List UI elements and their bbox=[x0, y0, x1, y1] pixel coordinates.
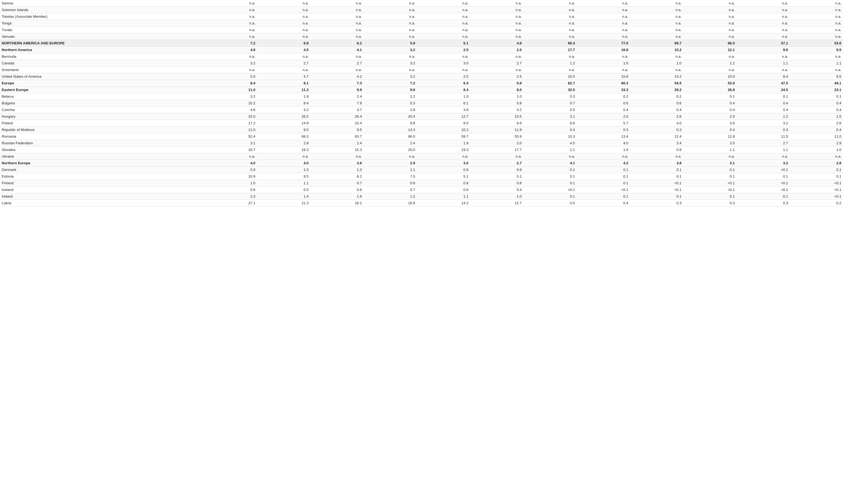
cell-value: 5.1 bbox=[417, 173, 470, 180]
cell-value: 9.5 bbox=[310, 127, 364, 133]
cell-value: 8.0 bbox=[470, 87, 523, 93]
cell-value: 26.5 bbox=[257, 113, 310, 120]
cell-value: 3.1 bbox=[736, 120, 790, 127]
cell-value: 2.3 bbox=[204, 193, 257, 200]
table-row: Samoan.a.n.a.n.a.n.a.n.a.n.a.n.a.n.a.n.a… bbox=[0, 0, 843, 7]
cell-value: 0.1 bbox=[790, 166, 843, 173]
cell-value: 29.2 bbox=[630, 87, 683, 93]
cell-value: 12.7 bbox=[417, 113, 470, 120]
cell-value: 53.8 bbox=[683, 80, 736, 87]
cell-value: 10.4 bbox=[310, 120, 364, 127]
row-name: Belarus bbox=[0, 93, 204, 100]
cell-value: 4.1 bbox=[310, 47, 364, 53]
row-name: Ireland bbox=[0, 193, 204, 200]
cell-value: 10.5 bbox=[470, 113, 523, 120]
cell-value: 1.0 bbox=[204, 180, 257, 186]
cell-value: n.a. bbox=[204, 26, 257, 33]
cell-value: 2.0 bbox=[683, 113, 736, 120]
cell-value: 15.2 bbox=[630, 47, 683, 53]
cell-value: 0.1 bbox=[630, 166, 683, 173]
cell-value: 17.7 bbox=[523, 47, 577, 53]
row-name: Czechia bbox=[0, 107, 204, 113]
cell-value: 0.8 bbox=[470, 180, 523, 186]
cell-value: 3.0 bbox=[417, 160, 470, 166]
cell-value: 5.8 bbox=[470, 100, 523, 107]
row-name: Northern Europe bbox=[0, 160, 204, 166]
cell-value: 28.8 bbox=[683, 87, 736, 93]
row-name: Greenland bbox=[0, 67, 204, 73]
cell-value: n.a. bbox=[310, 26, 364, 33]
cell-value: 14.2 bbox=[417, 200, 470, 206]
cell-value: 2.4 bbox=[364, 140, 417, 146]
cell-value: 2.5 bbox=[470, 47, 523, 53]
row-name: Tonga bbox=[0, 20, 204, 26]
cell-value: 0.4 bbox=[470, 186, 523, 193]
cell-value: n.a. bbox=[736, 53, 790, 60]
cell-value: 0.1 bbox=[736, 173, 790, 180]
row-name: Slovakia bbox=[0, 146, 204, 153]
cell-value: n.a. bbox=[577, 26, 630, 33]
cell-value: 0.3 bbox=[630, 200, 683, 206]
table-row: Russian Federation3.12.82.42.41.92.04.54… bbox=[0, 140, 843, 146]
cell-value: 3.1 bbox=[683, 160, 736, 166]
cell-value: <0.1 bbox=[790, 180, 843, 186]
cell-value: 60.3 bbox=[577, 80, 630, 87]
cell-value: n.a. bbox=[310, 33, 364, 40]
cell-value: n.a. bbox=[736, 0, 790, 7]
cell-value: n.a. bbox=[417, 13, 470, 20]
cell-value: 0.8 bbox=[417, 180, 470, 186]
cell-value: n.a. bbox=[417, 7, 470, 13]
cell-value: 1.0 bbox=[790, 146, 843, 153]
cell-value: 3.0 bbox=[417, 60, 470, 67]
cell-value: 14.3 bbox=[364, 127, 417, 133]
cell-value: 0.3 bbox=[736, 127, 790, 133]
cell-value: 5.9 bbox=[470, 80, 523, 87]
cell-value: n.a. bbox=[470, 0, 523, 7]
cell-value: 1.1 bbox=[736, 60, 790, 67]
cell-value: 2.7 bbox=[736, 140, 790, 146]
table-row: Poland17.214.910.49.88.06.66.65.74.03.83… bbox=[0, 120, 843, 127]
row-name: Vanuatu bbox=[0, 33, 204, 40]
cell-value: 9.6 bbox=[736, 47, 790, 53]
cell-value: 5.0 bbox=[204, 73, 257, 80]
cell-value: n.a. bbox=[790, 7, 843, 13]
cell-value: 23.1 bbox=[790, 87, 843, 93]
cell-value: n.a. bbox=[577, 153, 630, 160]
cell-value: 0.1 bbox=[683, 193, 736, 200]
cell-value: 4.1 bbox=[523, 160, 577, 166]
cell-value: n.a. bbox=[523, 67, 577, 73]
cell-value: 11.0 bbox=[204, 127, 257, 133]
cell-value: 3.2 bbox=[204, 60, 257, 67]
cell-value: 3.6 bbox=[310, 160, 364, 166]
cell-value: n.a. bbox=[417, 26, 470, 33]
cell-value: 1.0 bbox=[470, 193, 523, 200]
cell-value: 14.9 bbox=[257, 120, 310, 127]
cell-value: 59.7 bbox=[417, 133, 470, 140]
cell-value: 11.9 bbox=[470, 127, 523, 133]
cell-value: <0.1 bbox=[736, 166, 790, 173]
cell-value: n.a. bbox=[736, 7, 790, 13]
cell-value: 0.4 bbox=[683, 107, 736, 113]
cell-value: n.a. bbox=[577, 13, 630, 20]
cell-value: 66.0 bbox=[364, 133, 417, 140]
cell-value: 0.4 bbox=[790, 100, 843, 107]
cell-value: 0.4 bbox=[736, 107, 790, 113]
cell-value: 0.6 bbox=[630, 100, 683, 107]
cell-value: 47.5 bbox=[736, 80, 790, 87]
cell-value: n.a. bbox=[683, 53, 736, 60]
cell-value: 26.4 bbox=[310, 113, 364, 120]
cell-value: 32.5 bbox=[523, 87, 577, 93]
cell-value: 16.9 bbox=[364, 200, 417, 206]
cell-value: 0.4 bbox=[683, 127, 736, 133]
cell-value: n.a. bbox=[364, 67, 417, 73]
cell-value: 0.1 bbox=[683, 173, 736, 180]
cell-value: 4.2 bbox=[470, 107, 523, 113]
cell-value: 2.4 bbox=[310, 93, 364, 100]
cell-value: 0.6 bbox=[310, 186, 364, 193]
cell-value: 15.3 bbox=[310, 146, 364, 153]
cell-value: 1.1 bbox=[683, 146, 736, 153]
cell-value: 0.4 bbox=[683, 100, 736, 107]
table-row: Greenlandn.a.n.a.n.a.n.a.n.a.n.a.n.a.n.a… bbox=[0, 67, 843, 73]
cell-value: 12.4 bbox=[630, 133, 683, 140]
table-row: Belarus3.21.92.41.21.01.00.30.20.20.10.1… bbox=[0, 93, 843, 100]
